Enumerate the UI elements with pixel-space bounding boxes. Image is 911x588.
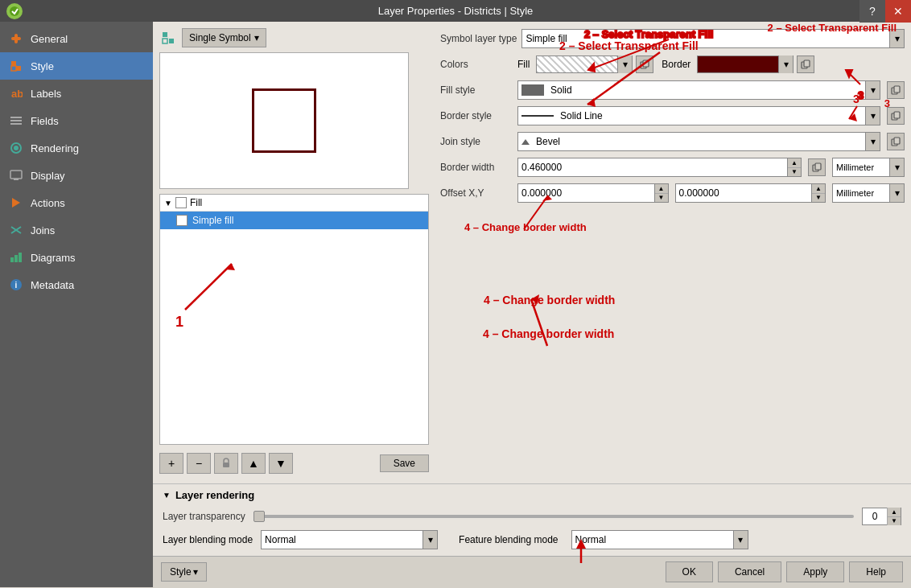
annotation-4-label: 4 – Change border width	[440, 221, 905, 233]
border-width-down[interactable]: ▼	[788, 168, 801, 177]
offset-x-down[interactable]: ▼	[655, 194, 668, 203]
sidebar-item-fields[interactable]: Fields	[0, 107, 153, 134]
sidebar-label-fields: Fields	[31, 115, 59, 127]
fill-color-btn[interactable]: ▾	[536, 56, 633, 73]
offset-x-input[interactable]: 0.000000 ▲ ▼	[517, 183, 669, 203]
diagrams-icon	[8, 249, 24, 265]
svg-rect-5	[11, 66, 16, 71]
fill-color-dropdown[interactable]: ▾	[617, 56, 632, 73]
offset-y-up[interactable]: ▲	[812, 184, 825, 194]
svg-rect-29	[804, 60, 810, 67]
sidebar-item-labels[interactable]: abc Labels	[0, 80, 153, 107]
transparency-slider-thumb[interactable]	[254, 511, 265, 522]
border-copy-btn[interactable]	[797, 56, 814, 73]
fill-style-select[interactable]: Solid ▾	[517, 80, 880, 100]
content-area: Single Symbol ▾ ▼ Fill	[153, 22, 911, 587]
svg-rect-12	[10, 171, 22, 179]
ok-btn[interactable]: OK	[666, 561, 713, 582]
join-style-select[interactable]: Bevel ▾	[517, 132, 880, 151]
svg-rect-33	[894, 112, 900, 118]
border-style-arrow[interactable]: ▾	[865, 107, 880, 125]
svg-rect-35	[894, 138, 900, 144]
help-btn[interactable]: ?	[859, 0, 885, 23]
prop-row-colors: Colors Fill ▾ Border	[440, 54, 905, 75]
border-width-unit-arrow[interactable]: ▾	[889, 158, 904, 176]
layer-tree-item-simple-fill[interactable]: Simple fill	[160, 212, 428, 229]
help-footer-btn[interactable]: Help	[849, 561, 903, 582]
close-btn[interactable]: ✕	[885, 0, 911, 23]
symbol-type-dropdown[interactable]: Single Symbol ▾	[182, 28, 266, 47]
join-style-arrow[interactable]: ▾	[865, 133, 880, 150]
join-style-copy-btn[interactable]	[887, 133, 905, 150]
svg-rect-13	[14, 179, 19, 180]
svg-rect-3	[11, 61, 16, 66]
feature-blend-select[interactable]: Normal ▾	[571, 530, 748, 549]
offset-unit-arrow[interactable]: ▾	[889, 184, 904, 202]
border-label-text: Border	[662, 59, 690, 70]
layer-blend-select[interactable]: Normal ▾	[261, 530, 438, 549]
sidebar-item-general[interactable]: General	[0, 25, 153, 52]
offset-unit[interactable]: Millimeter ▾	[832, 183, 905, 203]
annotation-2: 2 – Select Transparent Fill	[768, 22, 897, 34]
transparency-label: Layer transparency	[163, 511, 245, 522]
sidebar-item-rendering[interactable]: Rendering	[0, 134, 153, 162]
offset-x-up[interactable]: ▲	[655, 184, 668, 194]
sidebar-item-actions[interactable]: Actions	[0, 189, 153, 216]
svg-rect-17	[10, 257, 14, 262]
border-color-btn[interactable]: ▾	[697, 56, 794, 73]
sidebar-label-metadata: Metadata	[31, 279, 74, 291]
style-dropdown-btn[interactable]: Style ▾	[161, 562, 207, 582]
add-layer-btn[interactable]: +	[159, 453, 183, 474]
border-style-select[interactable]: Solid Line ▾	[517, 106, 880, 125]
transparency-slider-track[interactable]	[254, 515, 854, 518]
sidebar-item-metadata[interactable]: i Metadata	[0, 271, 153, 298]
prop-row-border-style: Border style Solid Line ▾	[440, 105, 905, 126]
border-style-value: Solid Line ▾	[517, 106, 905, 125]
sidebar-item-style[interactable]: Style	[0, 52, 153, 80]
border-width-label: Border width	[440, 162, 513, 173]
offset-y-input[interactable]: 0.000000 ▲ ▼	[675, 183, 826, 203]
symbol-layer-type-val: Simple fill	[522, 33, 889, 44]
sidebar-item-display[interactable]: Display	[0, 162, 153, 189]
sidebar-item-diagrams[interactable]: Diagrams	[0, 244, 153, 271]
transparency-spinners: ▲ ▼	[887, 508, 901, 525]
save-btn[interactable]: Save	[380, 454, 429, 472]
sidebar-label-joins: Joins	[31, 224, 55, 236]
footer: Style ▾ OK Cancel Apply Help	[153, 556, 911, 587]
border-style-copy-btn[interactable]	[887, 107, 905, 125]
offset-y-down[interactable]: ▼	[812, 194, 825, 203]
lock-layer-btn[interactable]	[214, 453, 238, 474]
fill-style-label: Fill style	[440, 84, 513, 96]
style-icon	[8, 58, 24, 74]
border-color-dropdown[interactable]: ▾	[778, 56, 793, 73]
simple-fill-checkbox[interactable]	[176, 215, 188, 226]
transparency-number[interactable]: 0 ▲ ▼	[862, 508, 901, 525]
move-up-btn[interactable]: ▲	[241, 453, 266, 474]
transparency-up[interactable]: ▲	[888, 508, 901, 517]
fill-style-arrow[interactable]: ▾	[865, 81, 880, 99]
move-down-btn[interactable]: ▼	[269, 453, 293, 474]
titlebar-controls: ? ✕	[859, 0, 911, 23]
apply-btn[interactable]: Apply	[786, 561, 844, 582]
transparency-down[interactable]: ▼	[888, 517, 901, 526]
feature-blend-arrow[interactable]: ▾	[733, 531, 748, 549]
remove-layer-btn[interactable]: −	[187, 453, 211, 474]
sidebar-item-joins[interactable]: Joins	[0, 216, 153, 244]
wrench-icon	[8, 31, 24, 47]
app-icon	[6, 3, 23, 19]
symbol-layer-type-label: Symbol layer type	[440, 33, 517, 44]
fill-copy-btn[interactable]	[636, 56, 653, 73]
join-style-val: Bevel	[518, 136, 865, 147]
fill-checkbox[interactable]	[175, 197, 187, 208]
layer-blend-arrow[interactable]: ▾	[423, 531, 437, 549]
border-color-preview	[698, 56, 778, 72]
fill-style-copy-btn[interactable]	[887, 81, 905, 99]
svg-point-11	[14, 146, 19, 150]
border-width-up[interactable]: ▲	[788, 158, 801, 168]
border-width-input[interactable]: 0.460000 ▲ ▼	[517, 158, 802, 177]
cancel-btn[interactable]: Cancel	[718, 561, 781, 582]
top-content: Single Symbol ▾ ▼ Fill	[153, 22, 911, 483]
svg-marker-14	[12, 198, 20, 208]
border-width-copy-btn[interactable]	[808, 158, 826, 176]
border-width-unit[interactable]: Millimeter ▾	[832, 158, 905, 177]
